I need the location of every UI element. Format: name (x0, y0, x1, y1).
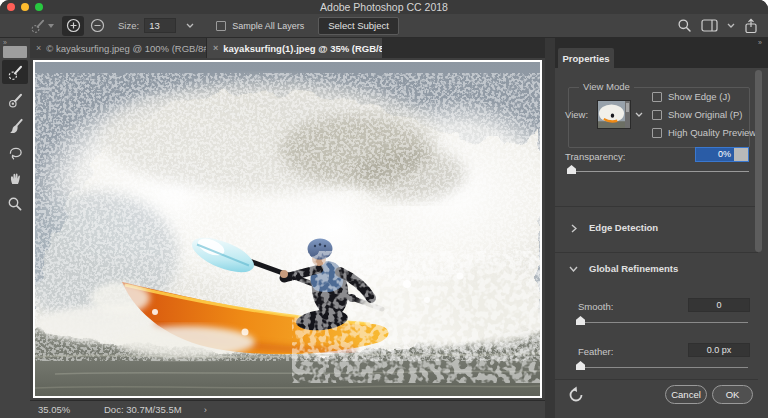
tool-preset-picker[interactable] (30, 18, 54, 34)
tab-properties[interactable]: Properties (558, 48, 614, 68)
chevron-down-icon (48, 24, 54, 28)
view-thumbnail-image (598, 101, 625, 128)
sample-all-layers-checkbox[interactable]: Sample All Layers (216, 21, 304, 31)
tool-color-swatch (3, 46, 27, 58)
checkbox-box (216, 21, 226, 31)
high-quality-preview-checkbox[interactable]: High Quality Preview (652, 127, 756, 138)
view-dropdown-chevron-icon[interactable] (635, 112, 643, 117)
photo-frame (33, 60, 542, 398)
chevron-down-icon (186, 23, 194, 28)
chevron-down-icon[interactable] (727, 23, 735, 28)
hand-icon (7, 170, 23, 186)
smooth-slider[interactable] (580, 322, 748, 323)
size-label: Size: (118, 20, 139, 31)
divider (555, 206, 758, 207)
lasso-tool[interactable] (2, 140, 28, 164)
collapse-panel-icon[interactable]: » (758, 39, 761, 46)
section-edge-detection[interactable]: Edge Detection (589, 222, 658, 233)
status-chevron-icon[interactable]: › (204, 404, 207, 415)
transparency-slider[interactable] (567, 171, 749, 172)
divider (555, 379, 758, 380)
panel-tabbar: Properties (555, 48, 768, 68)
quick-selection-icon (7, 64, 24, 81)
collapse-tools-icon[interactable]: » (3, 39, 6, 46)
feather-input[interactable]: 0.0 px (688, 343, 750, 357)
photoshop-window: Adobe Photoshop CC 2018 Size: 13 (0, 0, 768, 418)
feather-slider[interactable] (580, 367, 748, 368)
transparency-slider-thumb[interactable] (567, 165, 576, 174)
show-edge-label: Show Edge (J) (668, 91, 730, 102)
sample-all-layers-label: Sample All Layers (232, 21, 304, 31)
smooth-input[interactable]: 0 (688, 298, 750, 312)
size-input[interactable]: 13 (144, 18, 176, 33)
options-bar: Size: 13 Sample All Layers Select Subjec… (0, 14, 768, 38)
refine-edge-brush-tool[interactable] (2, 88, 28, 112)
size-dropdown-button[interactable] (182, 18, 198, 33)
high-quality-preview-label: High Quality Preview (668, 127, 756, 138)
magnifier-icon (7, 196, 23, 212)
cancel-button[interactable]: Cancel (665, 385, 707, 404)
subtract-from-selection-button[interactable] (86, 16, 108, 36)
reset-icon[interactable] (567, 385, 585, 403)
titlebar: Adobe Photoshop CC 2018 (0, 0, 768, 14)
minus-circle-icon (90, 18, 105, 33)
view-label: View: (565, 109, 588, 120)
zoom-tool[interactable] (2, 192, 28, 216)
tab-close-icon[interactable]: × (213, 43, 218, 53)
chevron-down-icon[interactable] (569, 266, 578, 272)
smooth-slider-thumb[interactable] (576, 316, 585, 325)
feather-slider-thumb[interactable] (576, 361, 585, 370)
smooth-label: Smooth: (578, 301, 613, 312)
transparency-input[interactable]: 0% (695, 147, 749, 162)
view-mode-thumbnail[interactable] (597, 100, 631, 129)
chevron-right-icon[interactable] (571, 224, 577, 233)
panel-scrollbar-thumb[interactable] (755, 70, 762, 252)
tab-close-icon[interactable]: × (36, 43, 41, 53)
show-original-checkbox[interactable]: Show Original (P) (652, 109, 742, 120)
status-bar: 35.05% Doc: 30.7M/35.5M › (30, 400, 545, 418)
divider (555, 252, 758, 253)
ok-button[interactable]: OK (712, 385, 753, 404)
checkbox-box (652, 110, 662, 120)
quick-selection-tool[interactable] (2, 60, 28, 84)
checkbox-box (652, 128, 662, 138)
document-tabbar: × © kayaksurfing.jpeg @ 100% (RGB/8#) × … (30, 38, 545, 58)
view-mode-label: View Mode (579, 81, 634, 92)
helmet (308, 239, 333, 260)
thumbnail-scrollbar (625, 101, 630, 128)
zoom-level-field[interactable]: 35.05% (38, 404, 96, 415)
feather-label: Feather: (578, 346, 613, 357)
add-to-selection-button[interactable] (62, 16, 84, 36)
tools-panel: » (0, 38, 30, 418)
search-icon[interactable] (677, 18, 692, 33)
show-original-label: Show Original (P) (668, 109, 742, 120)
kayak-photo[interactable] (35, 62, 540, 396)
brush-icon (7, 118, 24, 135)
refine-edge-brush-icon (7, 92, 24, 109)
transparency-label: Transparency: (565, 151, 625, 162)
checkbox-box (652, 92, 662, 102)
transparency-value: 0% (696, 148, 734, 161)
share-icon[interactable] (744, 18, 758, 34)
doc-size-info: Doc: 30.7M/35.5M (104, 404, 182, 415)
tab-label: kayaksurfing(1).jpeg @ 35% (RGB/8) (223, 43, 382, 54)
properties-panel: » Properties View Mode View: (545, 38, 768, 418)
document-tab-1[interactable]: × © kayaksurfing.jpeg @ 100% (RGB/8#) (30, 38, 207, 58)
input-remainder (734, 148, 748, 161)
panel-header: » (555, 38, 768, 48)
lasso-icon (7, 144, 24, 161)
select-subject-button[interactable]: Select Subject (318, 17, 399, 35)
quick-selection-brush-icon (30, 18, 46, 34)
canvas-area (30, 58, 545, 400)
section-global-refinements[interactable]: Global Refinements (589, 263, 678, 274)
panel-content: View Mode View: (555, 68, 768, 418)
plus-circle-icon (66, 18, 81, 33)
tab-label: © kayaksurfing.jpeg @ 100% (RGB/8#) (46, 43, 207, 54)
workspace-switcher-icon[interactable] (701, 19, 718, 32)
brush-tool[interactable] (2, 114, 28, 138)
hand-tool[interactable] (2, 166, 28, 190)
window-title: Adobe Photoshop CC 2018 (0, 1, 768, 13)
show-edge-checkbox[interactable]: Show Edge (J) (652, 91, 730, 102)
document-tab-2[interactable]: × kayaksurfing(1).jpeg @ 35% (RGB/8) (207, 38, 382, 58)
